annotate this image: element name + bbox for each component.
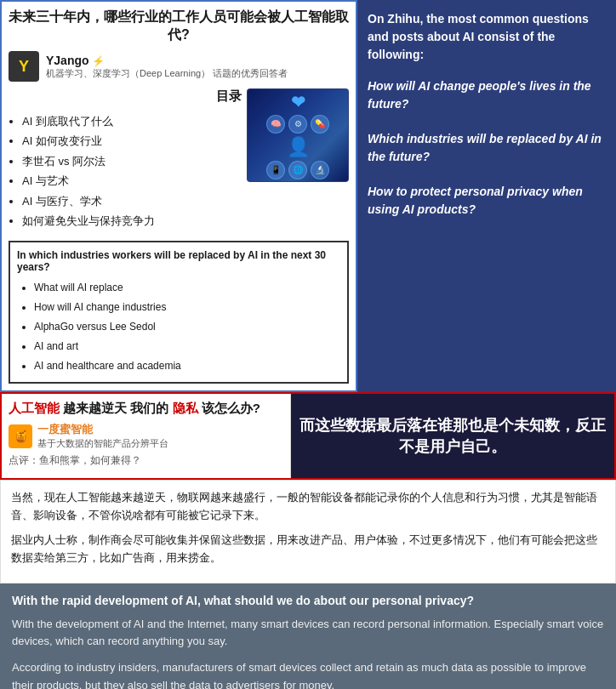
platform-icon: 🍯 — [9, 424, 32, 448]
privacy-right: 而这些数据最后落在谁那也是个未知数，反正不是用户自己。 — [291, 394, 614, 478]
author-desc: 机器学习、深度学习（Deep Learning） 话题的优秀回答者 — [46, 67, 288, 80]
list-item: 李世石 vs 阿尔法 — [22, 151, 242, 171]
highlight-text-2: 隐私 — [173, 401, 198, 415]
list-item: AI 与医疗、学术 — [22, 191, 242, 211]
author-bar: Y YJango ⚡ 机器学习、深度学习（Deep Learning） 话题的优… — [9, 51, 349, 82]
platform-info: 一度蜜智能 基于大数据的智能产品分辨平台 — [37, 422, 168, 450]
toc-title: 目录 — [216, 88, 242, 105]
h-icon: ⚙ — [288, 115, 307, 134]
platform-desc: 基于大数据的智能产品分辨平台 — [37, 437, 168, 450]
author-badge: ⚡ — [92, 55, 105, 67]
list-item: What will AI replace — [34, 278, 340, 298]
question-1: How will AI change people's lives in the… — [368, 77, 606, 113]
article-image: ❤ 🧠 ⚙ 💊 👤 📱 🌐 🔬 — [247, 88, 349, 182]
content-area: 目录 AI 到底取代了什么 AI 如何改变行业 李世石 vs 阿尔法 AI 与艺… — [9, 88, 349, 231]
list-item: 如何避免失业与保持竞争力 — [22, 211, 242, 231]
health-icons-row: 🧠 ⚙ 💊 — [266, 115, 329, 134]
english-paragraph-1: With the development of AI and the Inter… — [12, 616, 604, 652]
privacy-platform-row: 🍯 一度蜜智能 基于大数据的智能产品分辨平台 — [9, 422, 283, 450]
article-title: 未来三十年内，哪些行业的工作人员可能会被人工智能取代? — [9, 9, 349, 44]
question-2: Which industries will be replaced by AI … — [368, 130, 606, 166]
content-paragraph-2: 据业内人士称，制作商会尽可能收集并保留这些数据，用来改进产品、用户体验，不过更多… — [11, 532, 605, 567]
middle-row: 人工智能 越来越逆天 我们的 隐私 该怎么办? 🍯 一度蜜智能 基于大数据的智能… — [0, 392, 616, 480]
h-icon: 🌐 — [288, 161, 307, 179]
content-text-area: 当然，现在人工智能越来越逆天，物联网越来越盛行，一般的智能设备都能记录你的个人信… — [0, 480, 616, 583]
toc-header-row: 目录 — [9, 88, 242, 108]
english-section: With the rapid development of AI, what s… — [0, 584, 616, 689]
list-item: AlphaGo versus Lee Sedol — [34, 317, 340, 337]
list-item: AI 如何改变行业 — [22, 131, 242, 151]
top-row: 未来三十年内，哪些行业的工作人员可能会被人工智能取代? Y YJango ⚡ 机… — [0, 0, 616, 392]
list-item: AI and healthcare and academia — [34, 356, 340, 376]
english-title: With the rapid development of AI, what s… — [12, 594, 604, 607]
toc-section: 目录 AI 到底取代了什么 AI 如何改变行业 李世石 vs 阿尔法 AI 与艺… — [9, 88, 242, 231]
translation-box: In which industries workers will be repl… — [9, 241, 349, 384]
list-item: AI and art — [34, 337, 340, 356]
list-item: AI 与艺术 — [22, 171, 242, 191]
h-icon: 💊 — [311, 115, 329, 134]
author-info: YJango ⚡ 机器学习、深度学习（Deep Learning） 话题的优秀回… — [46, 54, 288, 80]
bottom-icons-row: 📱 🌐 🔬 — [266, 161, 329, 179]
right-panel: On Zhihu, the most common questions and … — [357, 0, 616, 392]
translation-title: In which industries workers will be repl… — [17, 249, 340, 273]
list-item: How will AI change industries — [34, 298, 340, 317]
privacy-left: 人工智能 越来越逆天 我们的 隐私 该怎么办? 🍯 一度蜜智能 基于大数据的智能… — [2, 394, 291, 478]
h-icon: 📱 — [266, 161, 285, 179]
health-image-placeholder: ❤ 🧠 ⚙ 💊 👤 📱 🌐 🔬 — [248, 89, 348, 181]
question-intro: On Zhihu, the most common questions and … — [368, 10, 606, 64]
health-icon: ❤ — [291, 92, 305, 112]
author-name: YJango ⚡ — [46, 54, 288, 67]
highlight-text: 人工智能 — [9, 401, 60, 415]
author-avatar: Y — [9, 51, 39, 82]
platform-name: 一度蜜智能 — [37, 422, 168, 437]
left-panel: 未来三十年内，哪些行业的工作人员可能会被人工智能取代? Y YJango ⚡ 机… — [0, 0, 357, 392]
english-paragraph-2: According to industry insiders, manufact… — [12, 659, 604, 689]
toc-list: AI 到底取代了什么 AI 如何改变行业 李世石 vs 阿尔法 AI 与艺术 A… — [9, 111, 242, 231]
content-paragraph-1: 当然，现在人工智能越来越逆天，物联网越来越盛行，一般的智能设备都能记录你的个人信… — [11, 489, 605, 525]
h-icon: 🧠 — [266, 115, 285, 134]
list-item: AI 到底取代了什么 — [22, 111, 242, 131]
privacy-title-cn: 人工智能 越来越逆天 我们的 隐私 该怎么办? — [9, 401, 283, 417]
platform-comment: 点评：鱼和熊掌，如何兼得？ — [9, 453, 283, 468]
h-icon: 🔬 — [311, 161, 329, 179]
person-icon: 👤 — [287, 136, 310, 158]
main-container: 未来三十年内，哪些行业的工作人员可能会被人工智能取代? Y YJango ⚡ 机… — [0, 0, 616, 689]
translation-list: What will AI replace How will AI change … — [17, 278, 340, 375]
question-3: How to protect personal privacy when usi… — [368, 183, 606, 219]
chinese-quote: 而这些数据最后落在谁那也是个未知数，反正不是用户自己。 — [299, 415, 606, 458]
